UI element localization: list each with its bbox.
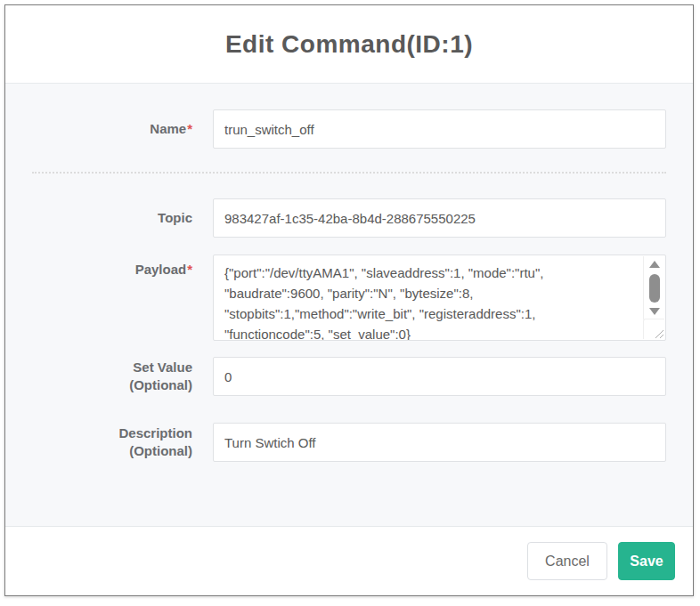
topic-field-wrap [213,198,666,238]
dialog-title: Edit Command(ID:1) [225,30,473,59]
set-value-label-line1: Set Value [133,360,192,375]
topic-input[interactable] [213,198,666,238]
description-label-line2: (Optional) [129,443,192,458]
payload-textarea[interactable]: {"port":"/dev/ttyAMA1", "slaveaddress":1… [213,255,666,341]
payload-text[interactable]: {"port":"/dev/ttyAMA1", "slaveaddress":1… [214,255,623,340]
dialog-footer: Cancel Save [5,527,693,595]
name-field-wrap [213,109,666,149]
payload-scrollbar[interactable] [643,256,664,319]
form-row-name: Name* [32,109,666,149]
name-input[interactable] [213,109,666,149]
scrollbar-thumb[interactable] [649,274,660,303]
payload-field-wrap: {"port":"/dev/ttyAMA1", "slaveaddress":1… [213,255,666,341]
topic-label: Topic [32,209,192,227]
form-row-set-value: Set Value (Optional) [32,357,666,396]
required-asterisk: * [187,262,192,277]
edit-command-dialog: Edit Command(ID:1) Name* Topic Payload* … [4,4,694,596]
cancel-button[interactable]: Cancel [527,542,607,580]
resize-grip-icon[interactable] [643,319,664,339]
dialog-body: Name* Topic Payload* {"port":"/dev/ttyAM… [5,84,693,527]
set-value-label: Set Value (Optional) [32,359,192,394]
required-asterisk: * [187,121,192,136]
description-input[interactable] [213,423,666,462]
name-label: Name* [32,120,192,138]
set-value-input[interactable] [213,357,666,396]
dialog-header: Edit Command(ID:1) [5,5,693,84]
name-label-text: Name [150,121,186,136]
payload-label: Payload* [32,261,192,279]
description-label: Description (Optional) [32,424,192,460]
scroll-up-icon[interactable] [649,261,660,268]
save-button[interactable]: Save [618,542,675,580]
form-row-topic: Topic [32,198,666,238]
section-divider [32,172,666,174]
topic-label-text: Topic [158,210,192,225]
payload-label-text: Payload [135,262,187,277]
set-value-label-line2: (Optional) [129,377,192,392]
form-row-payload: Payload* {"port":"/dev/ttyAMA1", "slavea… [32,255,666,341]
form-row-description: Description (Optional) [32,423,666,462]
description-label-line1: Description [118,425,192,440]
set-value-field-wrap [213,357,666,396]
description-field-wrap [213,423,666,462]
scroll-down-icon[interactable] [649,308,660,315]
